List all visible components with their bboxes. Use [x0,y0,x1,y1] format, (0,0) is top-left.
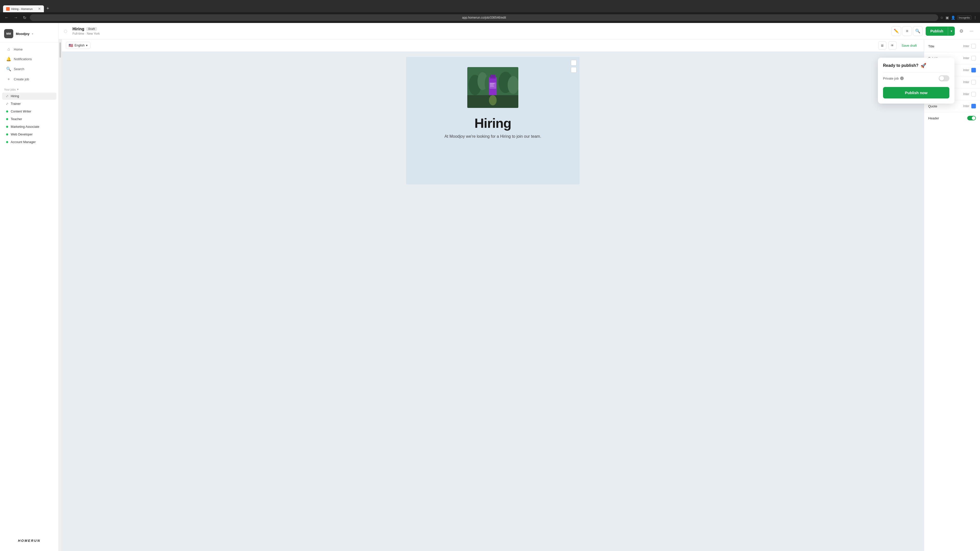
job-dot-web-dev [6,133,8,135]
publish-dropdown-arrow[interactable]: ▾ [948,27,955,35]
sidebar-item-create-label: Create job [14,77,29,81]
job-label-content-writer: Content Writer [11,110,31,113]
job-item-hiring[interactable]: Hiring [2,93,56,100]
profile-icon[interactable]: 👤 [951,16,955,20]
sidebar-item-create-job[interactable]: ＋ Create job [2,74,56,84]
sidebar-item-notifications-label: Notifications [14,57,32,61]
list-button[interactable]: ≡ [902,26,912,36]
homerun-logo: HOMERUN [0,534,59,547]
job-dot-hiring [6,95,8,97]
tab-close-button[interactable]: ✕ [38,7,41,11]
job-label-account-mgr: Account Manager [11,140,36,144]
job-item-web-dev[interactable]: Web Developer [2,131,56,138]
sidebar-item-home[interactable]: ⌂ Home [2,44,56,54]
sidebar-header: MM Moodjoy ▾ [0,27,59,43]
job-title-text: Hiring [73,27,84,32]
address-bar: ← → ↻ ☆ ▣ 👤 Incognito ⋮ [0,12,980,23]
tab-favicon [6,7,10,11]
sidebar-item-home-label: Home [14,48,23,51]
job-dot-trainer [6,103,8,105]
toolbar-icons: ✏️ ≡ 🔍 [891,26,923,36]
publish-dropdown: Ready to publish? 🚀 Private job i Publis… [878,58,955,103]
private-job-info-icon[interactable]: i [900,76,904,80]
private-job-row: Private job i [883,73,950,84]
search-icon: 🔍 [6,67,11,71]
job-item-marketing[interactable]: Marketing Associate [2,123,56,130]
settings-button[interactable]: ⚙ [958,27,965,35]
your-jobs-chevron: ▾ [17,88,19,91]
browser-chrome: Hiring - Homerun ✕ + [0,0,980,12]
job-dot-content-writer [6,110,8,113]
publish-main-button[interactable]: Publish [926,27,948,36]
sidebar: MM Moodjoy ▾ ⌂ Home 🔔 Notifications 🔍 Se… [0,23,59,551]
job-label-marketing: Marketing Associate [11,125,39,129]
address-icons: ☆ ▣ 👤 Incognito ⋮ [940,16,977,20]
sidebar-item-search-label: Search [14,67,24,71]
private-job-label: Private job i [883,76,937,80]
job-label-hiring: Hiring [11,94,19,98]
job-dot-marketing [6,126,8,128]
loading-spinner: ◌ [64,29,67,33]
toggle-thumb [939,76,944,81]
avatar: MM [4,29,13,38]
your-jobs-section[interactable]: Your jobs ▾ [0,85,59,93]
tab-title: Hiring - Homerun [11,7,33,11]
private-job-text: Private job [883,76,899,80]
search-toolbar-button[interactable]: 🔍 [913,26,923,36]
app-container: MM Moodjoy ▾ ⌂ Home 🔔 Notifications 🔍 Se… [0,23,980,551]
job-item-trainer[interactable]: Trainer [2,100,56,107]
sidebar-item-notifications[interactable]: 🔔 Notifications [2,54,56,64]
edit-button[interactable]: ✏️ [891,26,901,36]
job-label-trainer: Trainer [11,102,21,106]
back-button[interactable]: ← [3,14,10,21]
your-jobs-label: Your jobs [4,88,16,91]
overlay-backdrop[interactable] [59,39,980,551]
job-label-teacher: Teacher [11,118,22,121]
more-menu-icon[interactable]: ⋮ [974,16,977,20]
job-label-web-dev: Web Developer [11,133,33,136]
job-subtitle: Full-time · New York [73,32,888,35]
job-item-content-writer[interactable]: Content Writer [2,108,56,115]
forward-button[interactable]: → [12,14,19,21]
create-job-icon: ＋ [6,76,11,82]
job-item-account-mgr[interactable]: Account Manager [2,138,56,146]
active-tab[interactable]: Hiring - Homerun ✕ [3,5,44,12]
refresh-button[interactable]: ↻ [21,14,28,21]
publish-button-group[interactable]: Publish ▾ [926,27,955,36]
main-content: ◌ Hiring Draft Full-time · New York ✏️ ≡… [59,23,980,551]
job-title-row: Hiring Draft [73,27,888,32]
sidebar-item-search[interactable]: 🔍 Search [2,64,56,74]
ready-to-publish-text: Ready to publish? [883,63,918,68]
editor-area: 🇺🇸 English ▾ 🖥 👁 Save draft [59,39,980,551]
bookmark-icon[interactable]: ☆ [940,16,943,20]
notifications-icon: 🔔 [6,57,11,62]
browser-tabs: Hiring - Homerun ✕ + [3,0,51,12]
more-options-button[interactable]: ··· [968,27,975,35]
homerun-logo-text: HOMERUN [18,539,40,543]
job-dot-account-mgr [6,141,8,143]
company-dropdown-icon[interactable]: ▾ [32,32,33,35]
top-bar: ◌ Hiring Draft Full-time · New York ✏️ ≡… [59,23,980,39]
job-item-teacher[interactable]: Teacher [2,116,56,123]
private-job-toggle[interactable] [939,75,950,81]
incognito-label: Incognito [957,16,971,20]
window-icon[interactable]: ▣ [945,16,949,20]
address-input[interactable] [30,14,938,21]
company-name: Moodjoy [16,32,29,36]
new-tab-button[interactable]: + [45,5,51,12]
home-icon: ⌂ [6,47,11,52]
publish-dropdown-title: Ready to publish? 🚀 [883,63,950,68]
job-dot-teacher [6,118,8,120]
rocket-emoji: 🚀 [921,63,926,68]
draft-badge: Draft [86,27,97,31]
job-info: Hiring Draft Full-time · New York [73,27,888,35]
publish-now-button[interactable]: Publish now [883,87,950,98]
